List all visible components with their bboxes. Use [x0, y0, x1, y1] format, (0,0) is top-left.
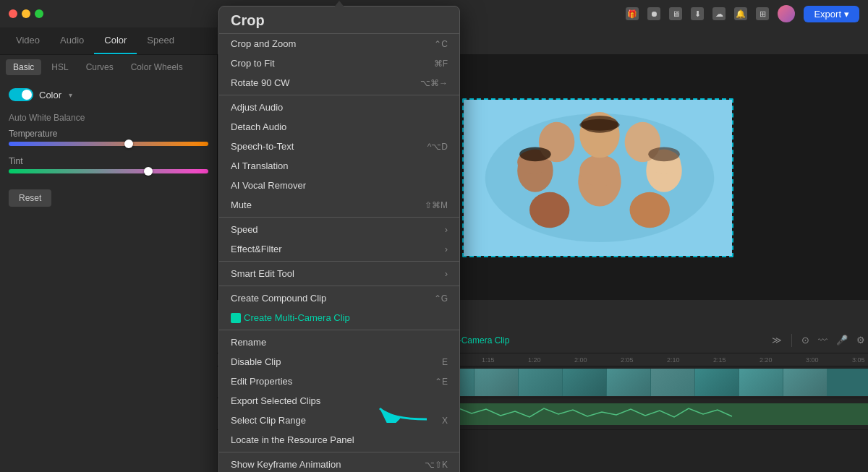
svg-point-3: [579, 155, 619, 186]
menu-ai-translation-label: AI Translation: [231, 160, 289, 171]
thumb-6: [519, 369, 562, 396]
menu-rename[interactable]: Rename: [219, 332, 459, 352]
snap-icon[interactable]: ⊙: [799, 335, 812, 346]
menu-smart-edit[interactable]: Smart Edit Tool ›: [219, 264, 459, 283]
menu-crop-zoom[interactable]: Crop and Zoom ⌃C: [219, 34, 459, 53]
menu-show-keyframe[interactable]: Show Keyframe Animation ⌥⇧K: [219, 455, 459, 472]
menu-create-multicam[interactable]: Create Multi-Camera Clip: [219, 308, 459, 327]
menu-ai-translation[interactable]: AI Translation: [219, 156, 459, 176]
tools-icon[interactable]: ⚙: [854, 335, 867, 346]
menu-speed-label: Speed: [231, 224, 258, 235]
auto-wb-label: Auto White Balance: [9, 113, 208, 123]
left-panel: Video Audio Color Speed Basic HSL Curves…: [0, 27, 217, 472]
menu-disable-clip[interactable]: Disable Clip E: [219, 352, 459, 372]
menu-rotate-label: Rotate 90 CW: [231, 77, 290, 88]
mc-badge: [231, 313, 241, 323]
tab-audio[interactable]: Audio: [50, 27, 94, 54]
svg-point-17: [648, 147, 680, 161]
ruler-mark-11: 3:00: [806, 356, 852, 364]
menu-speed[interactable]: Speed ›: [219, 220, 459, 239]
monitor-icon[interactable]: 🖥: [669, 7, 682, 20]
menu-edit-props-shortcut: ⌃E: [435, 377, 448, 387]
menu-select-range-label: Select Clip Range: [231, 415, 306, 426]
menu-disable-clip-label: Disable Clip: [231, 356, 281, 367]
tint-track[interactable]: [9, 169, 208, 173]
menu-crop-fit[interactable]: Crop to Fit ⌘F: [219, 53, 459, 73]
temperature-track[interactable]: [9, 142, 208, 146]
tab-speed[interactable]: Speed: [137, 27, 184, 54]
menu-rotate[interactable]: Rotate 90 CW ⌥⌘→: [219, 73, 459, 93]
menu-adjust-audio[interactable]: Adjust Audio: [219, 98, 459, 117]
panel-content: Color ▾ Auto White Balance Temperature T…: [0, 80, 217, 472]
tab-color[interactable]: Color: [94, 27, 137, 54]
close-button[interactable]: [9, 9, 17, 18]
mic-icon[interactable]: 🎤: [834, 335, 850, 346]
svg-point-16: [519, 147, 551, 161]
video-frame: [464, 100, 732, 256]
menu-title: Crop: [231, 12, 265, 29]
thumb-5: [475, 369, 518, 396]
menu-show-keyframe-shortcut: ⌥⇧K: [425, 460, 448, 470]
arrow-indicator: [376, 394, 434, 425]
menu-speech-shortcut: ^⌥D: [427, 142, 448, 152]
export-button[interactable]: Export ▾: [804, 6, 859, 22]
tint-thumb[interactable]: [144, 167, 153, 176]
menu-speech-to-text[interactable]: Speech-to-Text ^⌥D: [219, 137, 459, 156]
menu-mute[interactable]: Mute ⇧⌘M: [219, 195, 459, 215]
menu-locate-resource-label: Locate in the Resource Panel: [231, 434, 354, 445]
tint-label: Tint: [9, 156, 208, 166]
menu-effect-filter-label: Effect&Filter: [231, 244, 282, 254]
color-toggle[interactable]: [9, 88, 33, 101]
subtab-curves[interactable]: Curves: [79, 59, 121, 75]
tab-video[interactable]: Video: [6, 27, 50, 54]
menu-effect-filter[interactable]: Effect&Filter ›: [219, 239, 459, 259]
avatar[interactable]: [778, 5, 795, 22]
menu-speech-to-text-label: Speech-to-Text: [231, 141, 294, 152]
bell-icon[interactable]: 🔔: [734, 7, 747, 20]
color-toggle-row: Color ▾: [9, 88, 208, 101]
more-tools-icon[interactable]: ≫: [770, 335, 784, 346]
menu-create-compound[interactable]: Create Compound Clip ⌃G: [219, 288, 459, 308]
sep-1: [219, 95, 459, 95]
color-label: Color: [39, 90, 61, 100]
traffic-lights: [9, 9, 43, 18]
color-dropdown-arrow: ▾: [69, 91, 72, 99]
svg-point-13: [629, 192, 669, 227]
minimize-button[interactable]: [22, 9, 30, 18]
menu-detach-audio[interactable]: Detach Audio: [219, 117, 459, 137]
thumb-10: [695, 369, 739, 396]
menu-create-compound-label: Create Compound Clip: [231, 293, 326, 304]
subtab-colorwheels[interactable]: Color Wheels: [124, 59, 190, 75]
tint-slider-row: Tint: [9, 156, 208, 173]
reset-button[interactable]: Reset: [9, 189, 51, 207]
menu-ai-vocal-label: AI Vocal Remover: [231, 180, 306, 191]
record-icon[interactable]: ⏺: [647, 7, 660, 20]
sub-tab-bar: Basic HSL Curves Color Wheels: [0, 55, 217, 80]
gift-icon[interactable]: 🎁: [626, 7, 639, 20]
grid-icon[interactable]: ⊞: [756, 7, 769, 20]
waveform-icon[interactable]: 〰: [816, 335, 830, 346]
svg-point-15: [579, 119, 619, 130]
menu-locate-resource[interactable]: Locate in the Resource Panel: [219, 430, 459, 450]
svg-point-12: [529, 192, 569, 227]
menu-detach-audio-label: Detach Audio: [231, 121, 286, 132]
ruler-mark-9: 2:15: [713, 356, 760, 364]
subtab-basic[interactable]: Basic: [6, 59, 41, 75]
preview-image: [464, 98, 732, 257]
fullscreen-button[interactable]: [35, 9, 43, 18]
menu-header: Crop: [219, 9, 459, 34]
temperature-slider-row: Temperature: [9, 129, 208, 146]
subtab-hsl[interactable]: HSL: [44, 59, 75, 75]
preview-video: [462, 98, 733, 257]
download-icon[interactable]: ⬇: [691, 7, 704, 20]
cloud-icon[interactable]: ☁: [712, 7, 726, 20]
menu-edit-props[interactable]: Edit Properties ⌃E: [219, 372, 459, 391]
sep-4: [219, 286, 459, 286]
menu-ai-vocal[interactable]: AI Vocal Remover: [219, 176, 459, 195]
menu-edit-props-label: Edit Properties: [231, 376, 292, 387]
arrow-svg: [376, 394, 434, 423]
menu-show-keyframe-label: Show Keyframe Animation: [231, 459, 341, 470]
menu-crop-zoom-shortcut: ⌃C: [434, 39, 448, 49]
ruler-mark-5: 1:20: [528, 356, 574, 364]
temperature-thumb[interactable]: [124, 140, 133, 148]
